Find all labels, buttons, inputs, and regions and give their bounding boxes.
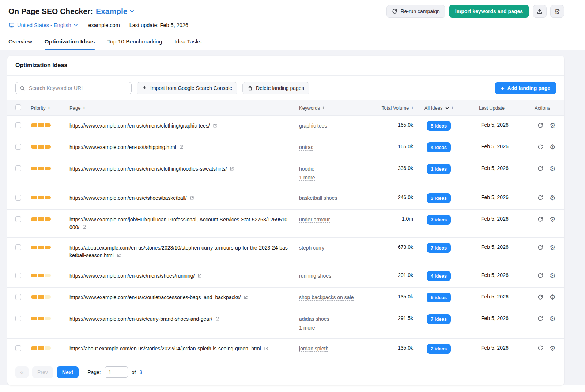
delete-landing-pages-button[interactable]: Delete landing pages [242, 82, 309, 94]
last-update-value: Feb 5, 2026 [481, 345, 509, 351]
table-row: https://www.example.com/en-us/c/outlet/a… [7, 288, 564, 309]
row-settings-button[interactable]: ⚙ [550, 345, 556, 352]
page-number-input[interactable] [105, 366, 128, 378]
tab-optimization-ideas[interactable]: Optimization Ideas [45, 35, 95, 50]
table-row: https://www.example.com/en-us/c/mens/clo… [7, 159, 564, 188]
search-input[interactable] [28, 85, 127, 91]
external-link-icon[interactable] [82, 225, 87, 230]
keyword-link[interactable]: hoodie [299, 166, 314, 172]
ideas-badge[interactable]: 5 ideas [427, 121, 451, 131]
row-settings-button[interactable]: ⚙ [550, 244, 556, 251]
refresh-row-button[interactable] [537, 294, 543, 300]
total-volume-value: 1.0m [402, 216, 413, 222]
first-page-button[interactable]: « [15, 366, 29, 378]
refresh-row-button[interactable] [537, 195, 543, 201]
row-checkbox[interactable] [15, 316, 21, 321]
total-pages-link[interactable]: 3 [139, 369, 142, 375]
external-link-icon[interactable] [243, 295, 248, 300]
keyword-link[interactable]: jordan spieth [299, 346, 328, 352]
refresh-row-button[interactable] [537, 345, 543, 351]
settings-button[interactable]: ⚙ [550, 5, 564, 18]
keyword-link[interactable]: basketball shoes [299, 195, 337, 201]
refresh-row-button[interactable] [537, 166, 543, 172]
campaign-dropdown[interactable]: Example [96, 7, 134, 16]
ideas-info-icon[interactable]: i [452, 106, 453, 110]
external-link-icon[interactable] [197, 273, 202, 278]
ideas-filter-dropdown[interactable]: All Ideas [424, 105, 443, 111]
ideas-badge[interactable]: 7 ideas [427, 243, 451, 253]
row-checkbox[interactable] [15, 345, 21, 351]
external-link-icon[interactable] [116, 253, 121, 258]
refresh-row-button[interactable] [537, 316, 543, 322]
external-link-icon[interactable] [229, 166, 234, 171]
keyword-more-line: 1 more [299, 174, 356, 182]
keyword-link[interactable]: running shoes [299, 273, 331, 279]
external-link-icon[interactable] [179, 145, 184, 150]
refresh-row-button[interactable] [537, 123, 543, 129]
refresh-row-button[interactable] [537, 144, 543, 150]
keyword-more-link[interactable]: 1 more [299, 325, 315, 331]
page-url: https://www.example.com/job/Huixquilucan… [69, 217, 287, 230]
row-settings-button[interactable]: ⚙ [550, 144, 556, 151]
ideas-badge[interactable]: 1 ideas [427, 164, 451, 174]
row-checkbox[interactable] [15, 144, 21, 150]
external-link-icon[interactable] [212, 123, 218, 128]
ideas-badge[interactable]: 2 ideas [427, 344, 451, 354]
refresh-row-button[interactable] [537, 217, 543, 222]
ideas-badge[interactable]: 4 ideas [427, 271, 451, 281]
external-link-icon[interactable] [189, 195, 195, 201]
tab-idea-tasks[interactable]: Idea Tasks [174, 35, 201, 50]
keyword-link[interactable]: under armour [299, 217, 330, 223]
keyword-link[interactable]: ontrac [299, 144, 313, 151]
refresh-row-button[interactable] [537, 273, 543, 279]
chevron-down-icon [130, 10, 134, 13]
export-button[interactable] [533, 5, 547, 18]
ideas-badge[interactable]: 7 ideas [427, 314, 451, 324]
row-settings-button[interactable]: ⚙ [550, 165, 556, 172]
rerun-campaign-button[interactable]: Re-run campaign [386, 5, 445, 18]
row-settings-button[interactable]: ⚙ [550, 216, 556, 223]
keyword-link[interactable]: adidas shoes [299, 316, 329, 322]
row-settings-button[interactable]: ⚙ [550, 194, 556, 201]
row-settings-button[interactable]: ⚙ [550, 272, 556, 279]
refresh-row-button[interactable] [537, 245, 543, 251]
row-settings-button[interactable]: ⚙ [550, 294, 556, 301]
keyword-link[interactable]: steph curry [299, 245, 324, 251]
page-info-icon[interactable]: i [83, 106, 85, 110]
location-dropdown[interactable]: United States - English [8, 22, 78, 28]
plus-icon: + [501, 85, 505, 91]
keywords-info-icon[interactable]: i [322, 106, 324, 110]
add-landing-page-button[interactable]: + Add landing page [495, 82, 556, 94]
row-checkbox[interactable] [15, 294, 21, 300]
row-settings-button[interactable]: ⚙ [550, 122, 556, 129]
row-settings-button[interactable]: ⚙ [550, 315, 556, 322]
row-checkbox[interactable] [15, 122, 21, 128]
toolbar: Import from Google Search Console Delete… [7, 76, 564, 100]
tab-top10-benchmarking[interactable]: Top 10 Benchmarking [107, 35, 162, 50]
row-checkbox[interactable] [15, 244, 21, 250]
ideas-badge[interactable]: 7 ideas [427, 215, 451, 225]
next-page-button[interactable]: Next [57, 366, 79, 378]
chevron-down-icon[interactable] [445, 107, 449, 109]
row-checkbox[interactable] [15, 195, 21, 201]
ideas-badge[interactable]: 4 ideas [427, 142, 451, 152]
import-keywords-button[interactable]: Import keywords and pages [449, 5, 529, 18]
priority-info-icon[interactable]: i [48, 106, 50, 110]
ideas-badge[interactable]: 5 ideas [427, 293, 451, 302]
page-url: https://www.example.com/en-us/c/mens/clo… [69, 123, 210, 129]
external-link-icon[interactable] [264, 346, 269, 351]
tab-overview[interactable]: Overview [8, 35, 32, 50]
external-link-icon[interactable] [215, 316, 220, 321]
row-checkbox[interactable] [15, 216, 21, 222]
keyword-link[interactable]: graphic tees [299, 123, 327, 129]
optimization-ideas-table: Priorityi Pagei Keywordsi Total Volumei … [7, 100, 564, 360]
select-all-checkbox[interactable] [15, 104, 21, 110]
ideas-badge[interactable]: 3 ideas [427, 193, 451, 203]
prev-page-button[interactable]: Prev [32, 366, 53, 378]
keyword-link[interactable]: shop backpacks on sale [299, 294, 354, 301]
row-checkbox[interactable] [15, 273, 21, 278]
keyword-more-link[interactable]: 1 more [299, 175, 315, 181]
row-checkbox[interactable] [15, 165, 21, 171]
total-volume-info-icon[interactable]: i [411, 106, 413, 110]
import-gsc-button[interactable]: Import from Google Search Console [137, 82, 237, 94]
